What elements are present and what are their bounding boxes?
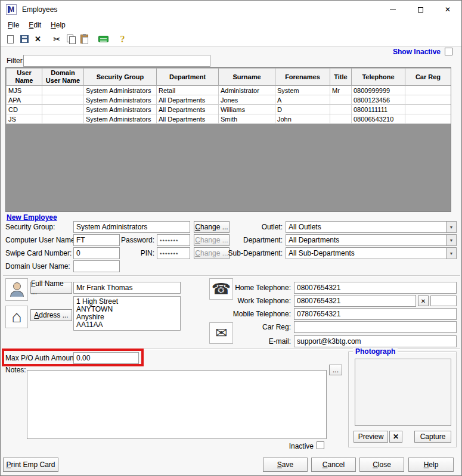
department-dropdown[interactable]: All Departments: [286, 234, 457, 246]
sub-department-dropdown[interactable]: All Sub-Departments: [286, 247, 457, 259]
cancel-button[interactable]: Cancel: [311, 458, 356, 472]
address-field[interactable]: 1 High Street ANYTOWN Anyshire AA11AA: [73, 296, 181, 331]
table-row[interactable]: APA System AdministratorsAll Departments…: [7, 95, 451, 105]
column-header[interactable]: Title: [330, 69, 352, 86]
chevron-down-icon[interactable]: [446, 222, 456, 232]
work-telephone-field[interactable]: 08007654321: [294, 295, 416, 307]
help-button[interactable]: Help: [408, 458, 454, 472]
paste-button[interactable]: [77, 33, 91, 45]
work-extension-field[interactable]: [430, 295, 457, 306]
domain-user-name-label: Domain User Name:: [5, 262, 70, 270]
table-row[interactable]: CD System AdministratorsAll Departments …: [7, 105, 451, 114]
pin-label: PIN:: [120, 249, 154, 257]
column-header[interactable]: Telephone: [352, 69, 405, 86]
mobile-telephone-field[interactable]: 07807654321: [294, 308, 457, 320]
table-row[interactable]: JS System AdministratorsAll Departments …: [7, 114, 451, 124]
outlet-label: Outlet:: [220, 223, 283, 231]
close-icon: [445, 5, 451, 14]
help-toolbar-button[interactable]: [116, 33, 129, 45]
filter-input[interactable]: [23, 55, 210, 67]
delete-button[interactable]: [31, 33, 45, 45]
email-label: E-mail:: [215, 337, 291, 346]
save-button[interactable]: Save: [263, 458, 308, 472]
menubar: File Edit Help: [1, 18, 461, 32]
table-row[interactable]: MJS System AdministratorsRetail Administ…: [7, 86, 451, 95]
column-header[interactable]: Surname: [219, 69, 275, 86]
full-name-field[interactable]: Mr Frank Thomas: [73, 282, 181, 294]
employees-window: Employees File Edit Help Show Inactive F…: [0, 0, 462, 476]
minimize-button[interactable]: [379, 1, 407, 18]
table-header-row: User Name Domain User Name Security Grou…: [7, 69, 451, 86]
security-group-field[interactable]: System Administrators: [73, 221, 190, 233]
full-name-button[interactable]: Full Name ...: [30, 282, 72, 294]
security-group-label: Security Group:: [5, 223, 55, 231]
chevron-down-icon[interactable]: [446, 248, 456, 259]
new-employee-link[interactable]: New Employee: [7, 213, 57, 222]
toolbar: [1, 32, 461, 47]
titlebar: Employees: [1, 1, 461, 18]
clear-icon: ✕: [421, 298, 426, 304]
max-po-auth-field[interactable]: 0.00: [73, 352, 139, 364]
max-po-auth-label: Max P/O Auth Amount:: [5, 354, 77, 362]
remove-photo-icon: ✕: [393, 433, 399, 441]
pin-field[interactable]: *******: [157, 247, 190, 259]
photo-remove-button[interactable]: ✕: [389, 431, 402, 443]
filter-label: Filter:: [7, 57, 24, 65]
menu-edit[interactable]: Edit: [24, 20, 46, 30]
outlet-dropdown[interactable]: All Outlets: [286, 221, 457, 233]
column-header[interactable]: Security Group: [84, 69, 157, 86]
swipe-card-icon: [98, 36, 108, 42]
column-header[interactable]: Forenames: [275, 69, 330, 86]
work-telephone-label: Work Telephone:: [215, 297, 291, 305]
close-button[interactable]: [434, 1, 461, 18]
show-inactive-checkbox[interactable]: [445, 48, 452, 55]
email-field[interactable]: support@k3btg.com: [294, 335, 457, 347]
home-telephone-field[interactable]: 08007654321: [294, 282, 457, 294]
print-emp-card-button[interactable]: Print Emp Card: [3, 458, 58, 472]
department-label: Department:: [220, 236, 283, 244]
copy-icon: [67, 35, 75, 43]
column-header[interactable]: Domain User Name: [42, 69, 84, 86]
password-field[interactable]: *******: [157, 234, 190, 246]
menu-help[interactable]: Help: [46, 20, 70, 30]
menu-file[interactable]: File: [3, 20, 24, 30]
help-icon: [120, 34, 125, 45]
swipe-card-number-field[interactable]: 0: [73, 247, 120, 259]
copy-button[interactable]: [64, 33, 77, 45]
window-controls: [379, 1, 461, 18]
close-dialog-button[interactable]: Close: [359, 458, 404, 472]
notes-ellipsis-button[interactable]: ...: [329, 365, 342, 375]
clear-work-telephone-button[interactable]: ✕: [418, 295, 429, 306]
swipe-card-number-label: Swipe Card Number:: [5, 249, 72, 257]
photo-capture-button[interactable]: Capture: [414, 431, 451, 443]
notes-label: Notes:: [5, 366, 26, 374]
domain-user-name-field[interactable]: [73, 260, 120, 272]
computer-user-name-label: Computer User Name:: [5, 236, 77, 244]
save-toolbar-button[interactable]: [17, 33, 31, 45]
computer-user-name-field[interactable]: FT: [73, 234, 120, 246]
car-reg-field[interactable]: [294, 321, 457, 333]
chevron-down-icon[interactable]: [446, 235, 456, 245]
paste-icon: [80, 35, 88, 43]
address-button[interactable]: Address ...: [30, 309, 72, 321]
photo-preview-area: [355, 359, 451, 426]
swipe-card-button[interactable]: [97, 33, 110, 45]
photo-preview-button[interactable]: Preview: [354, 431, 388, 443]
maximize-button[interactable]: [407, 1, 434, 18]
column-header[interactable]: User Name: [7, 69, 42, 86]
cut-button[interactable]: [50, 33, 64, 45]
sub-department-label: Sub-Department:: [220, 249, 283, 257]
window-title: Employees: [22, 5, 57, 14]
notes-textarea[interactable]: [27, 370, 327, 439]
minimize-icon: [390, 10, 396, 10]
person-icon: [5, 278, 28, 301]
new-button[interactable]: [4, 33, 17, 45]
column-header[interactable]: Car Reg: [405, 69, 451, 86]
show-inactive-label: Show Inactive: [334, 48, 441, 56]
toolbar-separator: [110, 33, 116, 45]
app-logo-icon: [6, 4, 17, 15]
toolbar-separator: [91, 33, 97, 45]
inactive-checkbox[interactable]: [317, 441, 324, 449]
column-header[interactable]: Department: [157, 69, 219, 86]
inactive-label: Inactive: [266, 442, 314, 450]
